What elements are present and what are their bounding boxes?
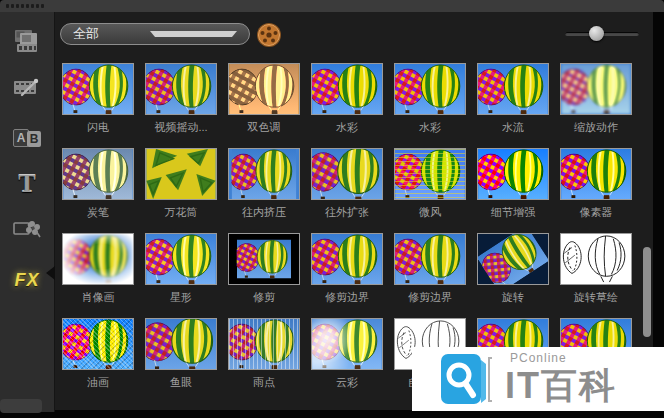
effect-item[interactable]: 细节增强	[477, 148, 549, 233]
effect-thumbnail	[228, 63, 300, 115]
title-t-icon: T	[18, 169, 35, 199]
effect-item[interactable]: 旋转	[477, 233, 549, 318]
effect-thumbnail	[228, 318, 300, 370]
effect-item[interactable]: 微风	[394, 148, 466, 233]
effect-item[interactable]: 修剪	[228, 233, 300, 318]
graphics-icon	[12, 216, 42, 244]
slider-knob[interactable]	[589, 26, 604, 41]
watermark: PConline IT百科	[412, 347, 664, 411]
effect-label: 微风	[394, 205, 466, 220]
thumbnail-size-slider[interactable]	[565, 25, 641, 43]
effect-item[interactable]: 雨点	[228, 318, 300, 403]
effect-thumbnail	[62, 148, 134, 200]
media-library-icon	[13, 28, 41, 58]
effect-label: 修剪	[228, 290, 300, 305]
effect-thumbnail	[311, 63, 383, 115]
effect-label: 视频摇动...	[145, 120, 217, 135]
transition-ab-icon: AB	[13, 129, 41, 147]
panel-grip[interactable]	[0, 0, 664, 12]
effect-thumbnail	[62, 233, 134, 285]
effect-thumbnail	[311, 318, 383, 370]
effect-label: 双色调	[228, 120, 300, 135]
sidebar-item-transition[interactable]: AB	[0, 116, 54, 160]
effect-item[interactable]: 往外扩张	[311, 148, 383, 233]
effect-label: 旋转草绘	[560, 290, 632, 305]
effect-item[interactable]: 水彩	[394, 63, 466, 148]
active-item-notch	[46, 266, 55, 280]
effect-item[interactable]: 闪电	[62, 63, 134, 148]
effect-item[interactable]: 往内挤压	[228, 148, 300, 233]
effect-item[interactable]: 鱼眼	[145, 318, 217, 403]
effect-thumbnail	[228, 233, 300, 285]
effect-item[interactable]: 修剪边界	[311, 233, 383, 318]
effect-thumbnail	[145, 318, 217, 370]
effect-thumbnail	[560, 148, 632, 200]
effect-label: 雨点	[228, 375, 300, 390]
sidebar-item-media[interactable]	[0, 21, 54, 65]
fx-filter-icon: FX	[14, 270, 39, 291]
effect-item[interactable]: 水彩	[311, 63, 383, 148]
effect-thumbnail	[477, 63, 549, 115]
effect-item[interactable]: 水流	[477, 63, 549, 148]
effect-label: 像素器	[560, 205, 632, 220]
effect-label: 缩放动作	[560, 120, 632, 135]
effect-thumbnail	[560, 233, 632, 285]
effect-item[interactable]: 旋转草绘	[560, 233, 632, 318]
sidebar-item-filter[interactable]: FX	[0, 258, 54, 302]
effect-thumbnail	[560, 63, 632, 115]
library-menu-button[interactable]	[256, 22, 282, 48]
effect-item[interactable]: 修剪边界	[394, 233, 466, 318]
effect-item[interactable]: 双色调	[228, 63, 300, 148]
effect-label: 星形	[145, 290, 217, 305]
film-reel-icon	[256, 34, 282, 51]
effect-thumbnail	[228, 148, 300, 200]
effect-thumbnail	[145, 233, 217, 285]
effect-label: 修剪边界	[394, 290, 466, 305]
sidebar-item-instant-project[interactable]	[0, 68, 54, 112]
effect-item[interactable]: 油画	[62, 318, 134, 403]
effect-item[interactable]: 炭笔	[62, 148, 134, 233]
effect-label: 万花筒	[145, 205, 217, 220]
vertical-scrollbar[interactable]	[643, 247, 651, 337]
effect-label: 水彩	[394, 120, 466, 135]
effect-label: 修剪边界	[311, 290, 383, 305]
effect-thumbnail	[311, 148, 383, 200]
effect-label: 肖像画	[62, 290, 134, 305]
effect-label: 旋转	[477, 290, 549, 305]
gallery-filter-value: 全部	[73, 25, 150, 43]
effect-label: 炭笔	[62, 205, 134, 220]
effect-item[interactable]: 云彩	[311, 318, 383, 403]
effect-label: 细节增强	[477, 205, 549, 220]
effect-thumbnail	[145, 63, 217, 115]
effect-label: 水流	[477, 120, 549, 135]
effect-thumbnail	[394, 63, 466, 115]
panel-corner	[0, 399, 42, 413]
watermark-name: IT百科	[505, 362, 617, 411]
effect-label: 往内挤压	[228, 205, 300, 220]
effect-thumbnail	[394, 233, 466, 285]
effect-item[interactable]: 星形	[145, 233, 217, 318]
watermark-book-magnifier-icon	[440, 351, 494, 412]
effect-thumbnail	[477, 148, 549, 200]
effect-thumbnail	[62, 63, 134, 115]
app-window: AB T FX 全部	[0, 0, 664, 418]
effect-thumbnail	[477, 233, 549, 285]
effect-label: 云彩	[311, 375, 383, 390]
effect-item[interactable]: 缩放动作	[560, 63, 632, 148]
effect-item[interactable]: 肖像画	[62, 233, 134, 318]
effect-thumbnail	[62, 318, 134, 370]
effect-label: 水彩	[311, 120, 383, 135]
effect-label: 鱼眼	[145, 375, 217, 390]
effect-item[interactable]: 像素器	[560, 148, 632, 233]
effect-item[interactable]: 视频摇动...	[145, 63, 217, 148]
effect-thumbnail	[394, 148, 466, 200]
sidebar-item-graphics[interactable]	[0, 208, 54, 252]
effect-label: 油画	[62, 375, 134, 390]
effect-label: 闪电	[62, 120, 134, 135]
effect-label: 往外扩张	[311, 205, 383, 220]
library-sidebar: AB T FX	[0, 12, 55, 412]
sidebar-item-title[interactable]: T	[0, 162, 54, 206]
effect-item[interactable]: 万花筒	[145, 148, 217, 233]
effect-thumbnail	[311, 233, 383, 285]
gallery-filter-dropdown[interactable]: 全部	[60, 23, 250, 45]
